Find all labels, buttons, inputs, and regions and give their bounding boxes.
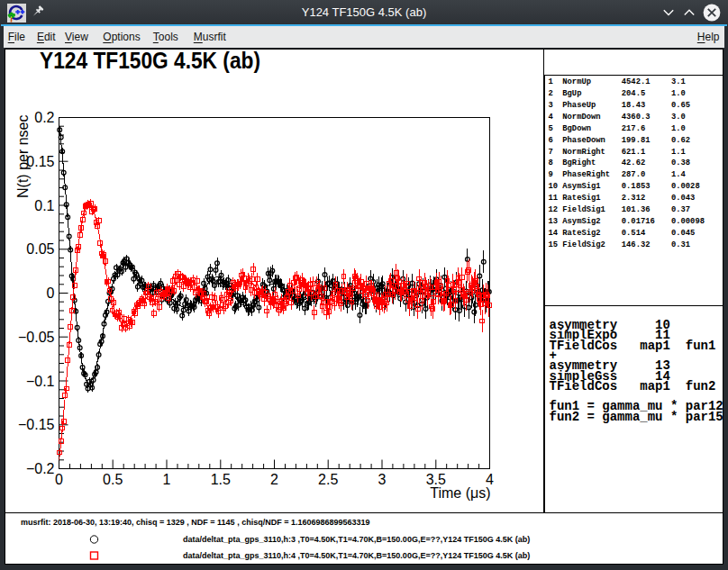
svg-text:0: 0 xyxy=(55,472,63,487)
svg-text:PhaseDown: PhaseDown xyxy=(562,136,605,145)
svg-text:3: 3 xyxy=(378,472,387,487)
svg-text:101.36: 101.36 xyxy=(622,205,651,214)
svg-text:1.5: 1.5 xyxy=(211,472,231,487)
svg-text:14: 14 xyxy=(549,229,559,238)
svg-text:AsymSig1: AsymSig1 xyxy=(562,182,600,191)
svg-text:AsymSig2: AsymSig2 xyxy=(562,217,600,226)
svg-text:RateSig2: RateSig2 xyxy=(562,229,600,238)
svg-text:Y124 TF150G 4.5K (ab): Y124 TF150G 4.5K (ab) xyxy=(40,47,260,74)
svg-text:1.4: 1.4 xyxy=(671,170,687,179)
svg-text:0.15: 0.15 xyxy=(26,154,54,169)
svg-text:0.01716: 0.01716 xyxy=(622,217,655,226)
svg-text:13: 13 xyxy=(549,217,559,226)
svg-text:0.514: 0.514 xyxy=(622,229,646,238)
svg-text:3.0: 3.0 xyxy=(671,113,686,122)
svg-text:2: 2 xyxy=(549,89,553,98)
svg-text:0.37: 0.37 xyxy=(671,205,690,214)
svg-text:2.5: 2.5 xyxy=(318,472,338,487)
svg-text:12: 12 xyxy=(549,205,559,214)
svg-text:FieldSig1: FieldSig1 xyxy=(562,205,605,214)
svg-text:3.1: 3.1 xyxy=(671,77,686,86)
svg-text:0.043: 0.043 xyxy=(671,194,695,203)
svg-text:4542.1: 4542.1 xyxy=(622,77,651,86)
svg-text:−0.15: −0.15 xyxy=(18,417,55,432)
svg-text:0.65: 0.65 xyxy=(671,101,690,110)
svg-text:0: 0 xyxy=(47,285,55,301)
svg-text:217.6: 217.6 xyxy=(622,124,645,133)
svg-text:BgDown: BgDown xyxy=(562,124,591,133)
svg-text:10: 10 xyxy=(549,182,559,191)
svg-text:0.00098: 0.00098 xyxy=(671,217,705,226)
svg-text:PhaseRight: PhaseRight xyxy=(562,170,610,179)
svg-text:0.1: 0.1 xyxy=(34,198,54,213)
svg-text:199.81: 199.81 xyxy=(622,136,651,145)
svg-text:0.38: 0.38 xyxy=(671,158,690,167)
svg-text:1.1: 1.1 xyxy=(671,148,686,157)
svg-text:621.1: 621.1 xyxy=(622,148,645,157)
svg-text:11: 11 xyxy=(549,194,559,203)
svg-text:BgRight: BgRight xyxy=(562,158,596,167)
svg-text:musrfit: 2018-06-30, 13:19:40,: musrfit: 2018-06-30, 13:19:40, chisq = 1… xyxy=(21,518,369,527)
svg-text:18.43: 18.43 xyxy=(622,101,645,110)
svg-text:0.0028: 0.0028 xyxy=(671,182,700,191)
svg-text:4: 4 xyxy=(486,472,494,487)
svg-text:2: 2 xyxy=(270,472,278,487)
svg-text:TFieldCos map1 fun1: TFieldCos map1 fun1 xyxy=(550,339,716,353)
svg-text:0.5: 0.5 xyxy=(103,472,123,487)
svg-text:RateSig1: RateSig1 xyxy=(562,194,600,203)
svg-text:0.62: 0.62 xyxy=(671,136,690,145)
svg-text:−0.05: −0.05 xyxy=(18,330,55,345)
svg-text:0.1853: 0.1853 xyxy=(622,182,651,191)
svg-text:204.5: 204.5 xyxy=(622,89,645,98)
svg-text:FieldSig2: FieldSig2 xyxy=(562,240,605,249)
svg-text:0.31: 0.31 xyxy=(671,240,690,249)
svg-text:9: 9 xyxy=(549,170,553,179)
svg-text:data/deltat_pta_gps_3110,h:4 ,: data/deltat_pta_gps_3110,h:4 ,T0=4.50K,T… xyxy=(183,551,530,560)
svg-text:3.5: 3.5 xyxy=(426,472,446,487)
svg-text:3: 3 xyxy=(549,101,553,110)
svg-text:NormUp: NormUp xyxy=(562,77,591,86)
svg-text:146.32: 146.32 xyxy=(622,240,651,249)
svg-text:−0.2: −0.2 xyxy=(26,461,55,476)
svg-text:8: 8 xyxy=(549,158,553,167)
svg-text:BgUp: BgUp xyxy=(562,89,581,98)
svg-text:1.0: 1.0 xyxy=(671,124,686,133)
svg-text:287.0: 287.0 xyxy=(622,170,645,179)
svg-text:4: 4 xyxy=(549,113,554,122)
svg-text:TFieldCos map1 fun2: TFieldCos map1 fun2 xyxy=(550,379,716,394)
svg-text:15: 15 xyxy=(549,240,559,249)
svg-text:1.0: 1.0 xyxy=(671,89,686,98)
svg-text:5: 5 xyxy=(549,124,553,133)
svg-text:0.045: 0.045 xyxy=(671,229,695,238)
svg-text:−0.1: −0.1 xyxy=(26,374,55,389)
svg-text:data/deltat_pta_gps_3110,h:3 ,: data/deltat_pta_gps_3110,h:3 ,T0=4.50K,T… xyxy=(183,535,530,544)
svg-text:1: 1 xyxy=(163,472,171,487)
svg-text:4360.3: 4360.3 xyxy=(622,113,651,122)
svg-text:fun2 = gamma_mu * par15: fun2 = gamma_mu * par15 xyxy=(550,410,723,424)
svg-text:7: 7 xyxy=(549,148,553,157)
svg-text:1: 1 xyxy=(549,77,553,86)
svg-text:0.05: 0.05 xyxy=(26,241,54,257)
svg-text:42.62: 42.62 xyxy=(622,158,645,167)
svg-text:PhaseUp: PhaseUp xyxy=(562,101,596,110)
svg-text:0.2: 0.2 xyxy=(34,110,54,125)
svg-text:6: 6 xyxy=(549,136,553,145)
svg-text:2.312: 2.312 xyxy=(622,194,645,203)
svg-text:NormDown: NormDown xyxy=(562,113,600,122)
svg-text:N(t) per nsec: N(t) per nsec xyxy=(15,115,31,198)
svg-text:Time (μs): Time (μs) xyxy=(430,485,490,501)
svg-text:NormRight: NormRight xyxy=(562,148,605,157)
